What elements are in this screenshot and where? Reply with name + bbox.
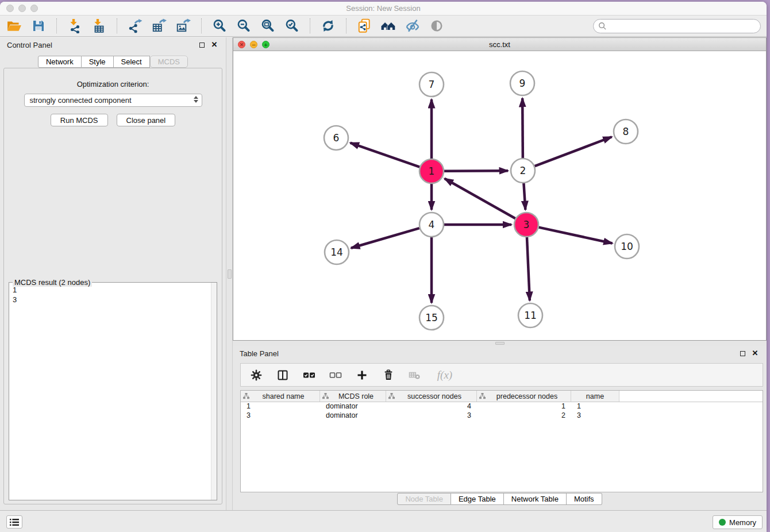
graph-node-11[interactable]: 11 <box>518 303 542 327</box>
import-table-button[interactable] <box>90 18 107 34</box>
run-mcds-button[interactable]: Run MCDS <box>51 114 108 126</box>
graph-node-14[interactable]: 14 <box>325 240 349 264</box>
graph-node-15[interactable]: 15 <box>419 306 444 330</box>
table-panel-float-button[interactable] <box>738 349 747 358</box>
graph-node-1[interactable]: 1 <box>419 159 444 183</box>
table-row[interactable]: 3dominator323 <box>241 411 763 421</box>
table-tab-network-table[interactable]: Network Table <box>504 493 567 505</box>
import-network-button[interactable] <box>66 18 83 34</box>
graph-node-4[interactable]: 4 <box>419 213 444 237</box>
table-cell[interactable]: 3 <box>386 411 477 421</box>
export-table-button[interactable] <box>151 18 168 34</box>
zoom-selected-button[interactable] <box>283 18 301 34</box>
graph-node-9[interactable]: 9 <box>510 71 534 95</box>
tab-network[interactable]: Network <box>38 56 82 68</box>
network-close-icon[interactable]: ✕ <box>238 41 245 48</box>
graph-node-label: 1 <box>429 165 435 177</box>
network-window-title: scc.txt <box>233 40 766 49</box>
network-canvas[interactable]: 1234678910111415 <box>233 51 766 340</box>
column-attribute-icon <box>322 393 329 399</box>
column-header-name[interactable]: name <box>571 391 619 402</box>
table-cell[interactable]: dominator <box>320 402 386 411</box>
splitter-grip-icon <box>228 269 232 279</box>
control-panel-close-button[interactable]: ✕ <box>210 40 219 49</box>
graph-node-2[interactable]: 2 <box>511 159 535 183</box>
graph-edge-2-9[interactable] <box>522 98 523 158</box>
vertical-splitter[interactable] <box>226 37 233 510</box>
function-builder-button[interactable]: f(x) <box>435 369 455 381</box>
add-row-button[interactable] <box>356 369 368 381</box>
delete-table-button[interactable] <box>409 369 421 381</box>
open-session-button[interactable] <box>6 18 23 34</box>
delete-table-icon <box>409 369 421 381</box>
table-tab-node-table[interactable]: Node Table <box>397 493 451 505</box>
memory-label: Memory <box>729 518 756 527</box>
duplicate-network-button[interactable] <box>356 18 373 34</box>
show-panels-button[interactable] <box>6 515 22 529</box>
apply-layout-button[interactable] <box>319 18 337 34</box>
result-scrollbar[interactable] <box>211 283 217 500</box>
mcds-result-text[interactable]: 1 3 <box>9 283 217 500</box>
table-cell[interactable]: 2 <box>477 411 571 421</box>
table-tab-edge-table[interactable]: Edge Table <box>451 493 504 505</box>
select-all-icon <box>303 369 315 381</box>
table-cell[interactable]: 1 <box>571 402 619 411</box>
network-minimize-icon[interactable]: − <box>250 41 257 48</box>
zoom-fit-button[interactable] <box>259 18 276 34</box>
graph-edge-1-6[interactable] <box>351 143 420 167</box>
graph-edge-2-3[interactable] <box>523 183 525 210</box>
zoom-in-button[interactable] <box>211 18 228 34</box>
show-columns-button[interactable] <box>276 369 289 381</box>
deselect-all-button[interactable] <box>329 369 342 381</box>
graph-node-3[interactable]: 3 <box>514 213 538 237</box>
graph-node-label: 3 <box>523 219 530 230</box>
tab-style[interactable]: Style <box>82 56 114 68</box>
memory-button[interactable]: Memory <box>713 515 763 529</box>
table-panel-close-button[interactable]: ✕ <box>750 349 760 358</box>
export-network-button[interactable] <box>126 18 144 34</box>
criterion-dropdown[interactable]: strongly connected component <box>24 94 202 107</box>
column-header-shared-name[interactable]: shared name <box>241 391 320 402</box>
table-tab-motifs[interactable]: Motifs <box>567 493 602 505</box>
delete-row-button[interactable] <box>382 369 395 381</box>
table-row[interactable]: 1dominator411 <box>241 402 763 411</box>
column-header-MCDS-role[interactable]: MCDS role <box>320 391 386 402</box>
graph-edge-4-14[interactable] <box>351 228 419 248</box>
save-session-button[interactable] <box>30 18 47 34</box>
table-cell[interactable]: dominator <box>320 411 386 421</box>
graph-edge-2-8[interactable] <box>535 137 612 166</box>
tab-select[interactable]: Select <box>114 56 150 68</box>
column-header-predecessor-nodes[interactable]: predecessor nodes <box>477 391 571 402</box>
first-neighbors-button[interactable] <box>380 18 397 34</box>
export-image-button[interactable] <box>175 18 192 34</box>
close-panel-button[interactable]: Close panel <box>117 114 176 126</box>
table-cell[interactable]: 3 <box>571 411 619 421</box>
horizontal-splitter[interactable] <box>233 341 767 346</box>
column-header-successor-nodes[interactable]: successor nodes <box>386 391 477 402</box>
select-all-button[interactable] <box>303 369 315 381</box>
graph-node-7[interactable]: 7 <box>419 72 444 97</box>
table-tabs: Node TableEdge TableNetwork TableMotifs <box>233 493 767 505</box>
graph-edge-3-11[interactable] <box>527 237 530 300</box>
zoom-out-button[interactable] <box>235 18 252 34</box>
table-cell[interactable]: 3 <box>241 411 320 421</box>
node-table: shared nameMCDS rolesuccessor nodesprede… <box>240 390 763 492</box>
graph-edge-3-1[interactable] <box>445 179 515 218</box>
control-panel-tabs: NetworkStyleSelectMCDS <box>0 56 226 68</box>
graph-edge-1-2[interactable] <box>444 171 508 171</box>
header-filler <box>619 391 763 402</box>
tab-mcds[interactable]: MCDS <box>150 56 188 68</box>
search-input[interactable] <box>607 21 760 32</box>
graph-node-6[interactable]: 6 <box>324 126 348 150</box>
graph-node-10[interactable]: 10 <box>615 234 639 259</box>
table-cell[interactable]: 4 <box>386 402 477 411</box>
show-all-button[interactable] <box>428 18 445 34</box>
hide-selected-button[interactable] <box>404 18 421 34</box>
table-settings-button[interactable] <box>250 369 263 381</box>
control-panel-float-button[interactable] <box>197 40 206 49</box>
table-cell[interactable]: 1 <box>477 402 571 411</box>
table-cell[interactable]: 1 <box>241 402 320 411</box>
graph-edge-3-10[interactable] <box>538 228 612 244</box>
graph-node-8[interactable]: 8 <box>614 119 638 144</box>
network-zoom-icon[interactable]: + <box>262 41 270 48</box>
